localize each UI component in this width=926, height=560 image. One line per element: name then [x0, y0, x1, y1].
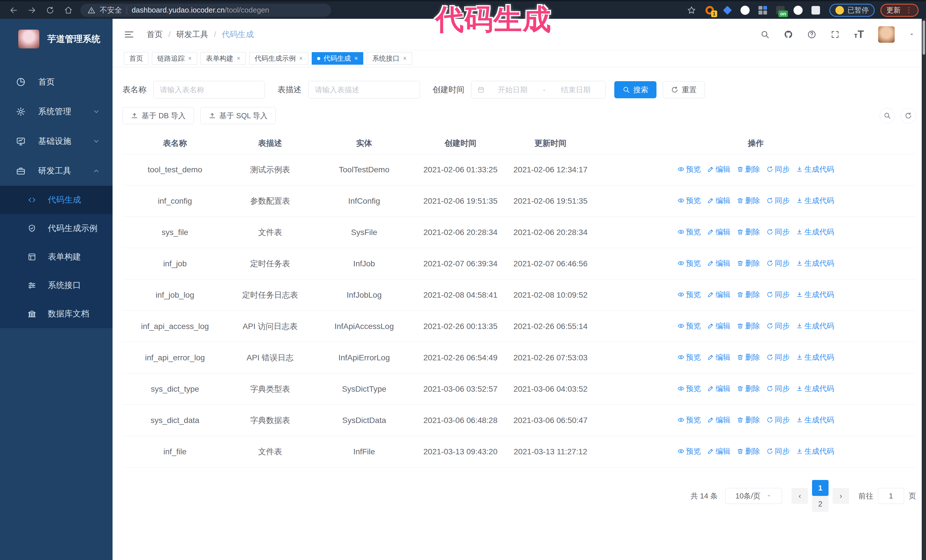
page-button-2[interactable]: 2 — [812, 496, 829, 512]
fullscreen-icon[interactable] — [831, 30, 840, 39]
toggle-search-button[interactable] — [879, 108, 895, 123]
date-range-picker[interactable]: 开始日期 - 结束日期 — [471, 81, 606, 98]
action-预览[interactable]: 预览 — [678, 226, 701, 237]
action-删除[interactable]: 删除 — [737, 164, 760, 175]
prev-page-button[interactable]: ‹ — [791, 488, 808, 504]
next-page-button[interactable]: › — [832, 488, 849, 504]
action-删除[interactable]: 删除 — [737, 352, 760, 362]
action-生成代码[interactable]: 生成代码 — [796, 195, 834, 206]
close-icon[interactable]: × — [188, 55, 192, 62]
action-预览[interactable]: 预览 — [678, 289, 701, 300]
tab-链路追踪[interactable]: 链路追踪× — [152, 52, 197, 65]
action-编辑[interactable]: 编辑 — [707, 226, 731, 237]
sidebar-item-2[interactable]: 系统管理 — [0, 97, 112, 127]
browser-reload-icon[interactable] — [44, 4, 56, 17]
extension-blue-diamond[interactable] — [722, 5, 732, 15]
browser-menu-icon[interactable]: ⋮ — [905, 6, 912, 15]
table-name-input[interactable]: 请输入表名称 — [153, 81, 265, 98]
action-删除[interactable]: 删除 — [737, 383, 760, 394]
action-生成代码[interactable]: 生成代码 — [796, 320, 834, 331]
extension-on-badge[interactable]: on — [775, 5, 785, 15]
action-编辑[interactable]: 编辑 — [707, 258, 731, 269]
sidebar-item-4[interactable]: 研发工具 — [0, 156, 112, 186]
page-size-select[interactable]: 10条/页 — [725, 488, 782, 504]
hamburger-icon[interactable] — [124, 29, 134, 39]
extension-green-check[interactable]: ✓ — [740, 5, 750, 15]
action-编辑[interactable]: 编辑 — [707, 446, 731, 457]
tab-代码生成[interactable]: 代码生成× — [312, 52, 363, 65]
action-生成代码[interactable]: 生成代码 — [796, 352, 834, 362]
goto-page-input[interactable]: 1 — [878, 488, 904, 504]
action-删除[interactable]: 删除 — [737, 195, 760, 206]
action-生成代码[interactable]: 生成代码 — [796, 446, 834, 457]
browser-forward-icon[interactable] — [26, 4, 38, 17]
action-删除[interactable]: 删除 — [737, 226, 760, 237]
action-编辑[interactable]: 编辑 — [707, 320, 731, 331]
action-删除[interactable]: 删除 — [737, 320, 760, 331]
action-同步[interactable]: 同步 — [766, 383, 790, 394]
action-预览[interactable]: 预览 — [678, 446, 701, 457]
action-生成代码[interactable]: 生成代码 — [796, 383, 834, 394]
extension-orange-ring[interactable]: 1 — [705, 5, 715, 15]
action-同步[interactable]: 同步 — [766, 320, 790, 331]
action-同步[interactable]: 同步 — [766, 195, 790, 206]
action-同步[interactable]: 同步 — [766, 352, 790, 362]
action-同步[interactable]: 同步 — [766, 446, 790, 457]
db-import-button[interactable]: 基于 DB 导入 — [123, 107, 194, 124]
action-预览[interactable]: 预览 — [678, 414, 701, 425]
action-删除[interactable]: 删除 — [737, 258, 760, 269]
sidebar-subitem-2[interactable]: 代码生成示例 — [0, 214, 112, 243]
action-预览[interactable]: 预览 — [678, 195, 701, 206]
action-生成代码[interactable]: 生成代码 — [796, 289, 834, 300]
action-同步[interactable]: 同步 — [766, 164, 790, 175]
breadcrumb-item[interactable]: 首页 — [147, 29, 163, 40]
action-删除[interactable]: 删除 — [737, 446, 760, 457]
tab-代码生成示例[interactable]: 代码生成示例× — [249, 52, 308, 65]
breadcrumb-item[interactable]: 研发工具 — [176, 29, 208, 40]
user-avatar[interactable] — [878, 26, 895, 43]
action-生成代码[interactable]: 生成代码 — [796, 414, 834, 425]
sidebar-subitem-5[interactable]: 数据库文档 — [0, 300, 112, 328]
action-编辑[interactable]: 编辑 — [707, 383, 731, 394]
action-生成代码[interactable]: 生成代码 — [796, 258, 834, 269]
font-size-icon[interactable]: тT — [854, 29, 864, 41]
window-scrollbar[interactable] — [922, 19, 926, 560]
reset-button[interactable]: 重置 — [663, 81, 705, 98]
action-预览[interactable]: 预览 — [678, 352, 701, 362]
close-icon[interactable]: × — [403, 55, 407, 62]
extension-green-circle[interactable] — [793, 5, 803, 15]
extension-grid[interactable] — [758, 5, 768, 15]
page-button-1[interactable]: 1 — [812, 480, 829, 496]
close-icon[interactable]: × — [354, 55, 358, 62]
action-编辑[interactable]: 编辑 — [707, 414, 731, 425]
sidebar-subitem-4[interactable]: 系统接口 — [0, 271, 112, 300]
paused-badge[interactable]: 已暂停 — [829, 4, 875, 17]
action-预览[interactable]: 预览 — [678, 320, 701, 331]
table-desc-input[interactable]: 请输入表描述 — [308, 81, 420, 98]
action-编辑[interactable]: 编辑 — [707, 164, 731, 175]
action-删除[interactable]: 删除 — [737, 414, 760, 425]
action-编辑[interactable]: 编辑 — [707, 195, 731, 206]
extension-puzzle[interactable] — [811, 5, 821, 15]
avatar-dropdown-icon[interactable] — [909, 32, 915, 37]
tab-表单构建[interactable]: 表单构建× — [201, 52, 246, 65]
action-编辑[interactable]: 编辑 — [707, 352, 731, 362]
action-生成代码[interactable]: 生成代码 — [796, 164, 834, 175]
browser-home-icon[interactable] — [62, 4, 75, 17]
action-生成代码[interactable]: 生成代码 — [796, 226, 834, 237]
sidebar-logo-row[interactable]: 芋道管理系统 — [0, 19, 112, 48]
scrollbar-thumb[interactable] — [923, 21, 925, 55]
tab-系统接口[interactable]: 系统接口× — [367, 52, 412, 65]
address-bar[interactable]: 不安全 dashboard.yudao.iocoder.cn/tool/code… — [80, 4, 331, 17]
sidebar-item-3[interactable]: 基础设施 — [0, 127, 112, 156]
tab-首页[interactable]: 首页 — [124, 52, 148, 65]
sidebar-item-1[interactable]: 首页 — [0, 67, 112, 97]
bookmark-star-icon[interactable] — [687, 6, 696, 15]
action-预览[interactable]: 预览 — [678, 258, 701, 269]
action-同步[interactable]: 同步 — [766, 289, 790, 300]
action-同步[interactable]: 同步 — [766, 414, 790, 425]
sql-import-button[interactable]: 基于 SQL 导入 — [200, 107, 276, 124]
sidebar-subitem-1[interactable]: 代码生成 — [0, 186, 112, 214]
action-预览[interactable]: 预览 — [678, 383, 701, 394]
sidebar-subitem-3[interactable]: 表单构建 — [0, 243, 112, 271]
